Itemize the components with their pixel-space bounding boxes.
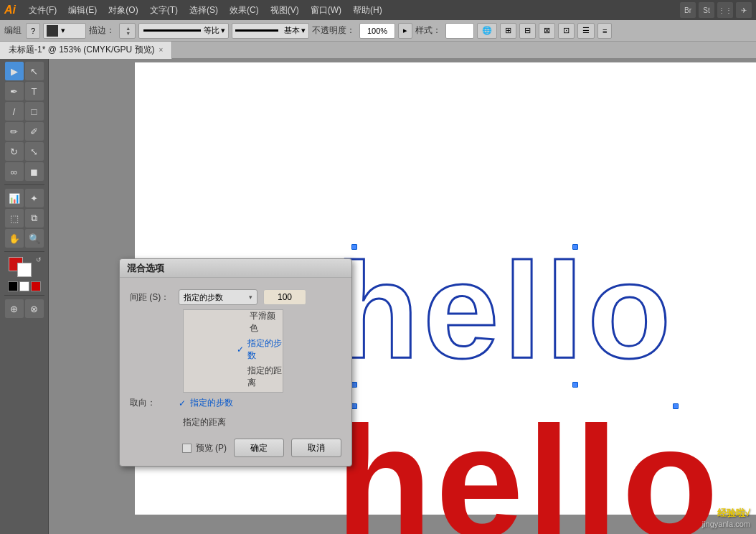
menu-view[interactable]: 视图(V) bbox=[265, 3, 305, 18]
tool-blend[interactable]: ∞ bbox=[5, 162, 24, 181]
dialog-preview-row: 预览 (P) bbox=[182, 442, 227, 454]
dialog-body: 间距 (S)： 指定的步数 ▾ 平滑颜色 ✓ 指定的步数 bbox=[120, 278, 351, 466]
tool-select[interactable]: ▶ bbox=[5, 62, 24, 80]
dialog-spacing-options-list: 平滑颜色 ✓ 指定的步数 指定的距离 bbox=[183, 309, 283, 393]
tool-hand[interactable]: ✋ bbox=[5, 229, 24, 248]
color-reset-icon[interactable]: ↺ bbox=[36, 256, 42, 263]
canvas-tab-item[interactable]: 未标题-1* @ 153% (CMYK/GPU 预览) × bbox=[0, 42, 172, 59]
toolbar-align2-btn[interactable]: ⊠ bbox=[539, 23, 555, 39]
menu-type[interactable]: 文字(T) bbox=[144, 3, 184, 18]
toolbar-globe-btn[interactable]: 🌐 bbox=[477, 23, 497, 39]
menu-edit[interactable]: 编辑(E) bbox=[62, 3, 103, 18]
tool-rect[interactable]: □ bbox=[25, 102, 44, 121]
canvas-tab-title: 未标题-1* @ 153% (CMYK/GPU 预览) bbox=[9, 44, 155, 56]
tool-symbol[interactable]: ✦ bbox=[25, 189, 44, 207]
dialog-preview-checkbox[interactable] bbox=[182, 444, 192, 453]
menu-select[interactable]: 选择(S) bbox=[184, 3, 224, 18]
dialog-checkmark-orient: ✓ bbox=[179, 398, 186, 408]
tool-drawing-modes[interactable]: ⊕ bbox=[5, 299, 24, 318]
menu-effect[interactable]: 效果(C) bbox=[224, 3, 265, 18]
tool-chart[interactable]: 📊 bbox=[5, 189, 24, 207]
toolbar-grid-btn[interactable]: ⊞ bbox=[500, 23, 516, 39]
toolbar-shape-dropdown[interactable]: ▾ bbox=[43, 23, 86, 39]
tool-separator-1 bbox=[4, 184, 44, 185]
dialog-title: 混合选项 bbox=[127, 262, 164, 275]
menu-window[interactable]: 窗口(W) bbox=[305, 3, 347, 18]
gradient-box[interactable] bbox=[31, 281, 41, 291]
dialog-spacing-dropdown[interactable]: 指定的步数 ▾ bbox=[179, 289, 257, 305]
dialog-spacing-option: 指定的步数 bbox=[184, 292, 223, 303]
dialog-orient-option2-row: 指定的距离 bbox=[130, 416, 341, 428]
dialog-cancel-button[interactable]: 取消 bbox=[291, 439, 341, 457]
dialog-preview-label: 预览 (P) bbox=[196, 442, 227, 454]
tool-line[interactable]: / bbox=[5, 102, 24, 121]
tool-screen-mode[interactable]: ⊗ bbox=[25, 299, 44, 318]
toolbar-style-label: 样式： bbox=[415, 24, 441, 37]
toolbar-opacity-input[interactable] bbox=[359, 23, 395, 39]
dialog-orient-option2[interactable]: 指定的距离 bbox=[183, 417, 226, 427]
canvas-tab-close[interactable]: × bbox=[159, 46, 164, 54]
tool-slice[interactable]: ⧉ bbox=[25, 209, 44, 228]
dialog-option-distance[interactable]: 指定的距离 bbox=[237, 365, 283, 389]
left-toolbar: ▶ ↖ ✒ T / □ ✏ ✐ ↻ ⤡ ∞ ◼ 📊 ✦ ⬚ ⧉ bbox=[0, 59, 49, 534]
tool-scale[interactable]: ⤡ bbox=[25, 142, 44, 161]
dialog-orient-option1[interactable]: 指定的步数 bbox=[190, 397, 233, 409]
canvas-area[interactable]: hello hello hello 混合选项 bbox=[49, 59, 756, 534]
toolbar-fill-dropdown[interactable]: 基本 ▾ bbox=[232, 23, 309, 39]
toolbar-style-input[interactable] bbox=[445, 23, 474, 39]
toolbar-question-btn[interactable]: ? bbox=[26, 23, 40, 39]
toolbar-align4-btn[interactable]: ☰ bbox=[577, 23, 595, 39]
sel-dot-r2 bbox=[673, 403, 679, 409]
sel-dot-4 bbox=[351, 382, 357, 388]
dialog-spacing-row: 间距 (S)： 指定的步数 ▾ bbox=[130, 289, 341, 305]
stroke-box[interactable] bbox=[19, 281, 29, 291]
dialog-spacing-label: 间距 (S)： bbox=[130, 291, 173, 304]
dialog-orient-icons: ✓ 指定的步数 bbox=[179, 397, 233, 409]
fill-none-box[interactable] bbox=[8, 281, 18, 291]
dialog-ok-button[interactable]: 确定 bbox=[234, 439, 284, 457]
menubar: Ai 文件(F) 编辑(E) 对象(O) 文字(T) 选择(S) 效果(C) 视… bbox=[0, 0, 756, 20]
toolbar-opacity-label: 不透明度： bbox=[312, 24, 355, 37]
blend-options-dialog: 混合选项 间距 (S)： 指定的步数 ▾ 平滑颜色 bbox=[119, 258, 352, 467]
hello-outline-container: hello bbox=[336, 242, 675, 378]
color-stroke-box[interactable] bbox=[17, 263, 32, 277]
hello-red-container: hello bbox=[336, 403, 722, 534]
dialog-orient-label: 取向： bbox=[130, 397, 173, 409]
tool-rotate[interactable]: ↻ bbox=[5, 142, 24, 161]
dialog-footer: 预览 (P) 确定 取消 bbox=[130, 439, 341, 457]
toolbar-stroke-arrows[interactable]: ▲▼ bbox=[119, 23, 136, 39]
tool-type[interactable]: T bbox=[25, 82, 44, 100]
canvas-tab-bar: 未标题-1* @ 153% (CMYK/GPU 预览) × bbox=[0, 42, 756, 59]
tool-artboard[interactable]: ⬚ bbox=[5, 209, 24, 228]
tool-gradient[interactable]: ◼ bbox=[25, 162, 44, 181]
stock-icon[interactable]: St bbox=[699, 2, 714, 18]
toolbar-opacity-arrow[interactable]: ▸ bbox=[398, 23, 412, 39]
sel-dot-2 bbox=[572, 244, 578, 250]
tool-pen[interactable]: ✒ bbox=[5, 82, 24, 100]
toolbar-align1-btn[interactable]: ⊟ bbox=[519, 23, 536, 39]
menu-object[interactable]: 对象(O) bbox=[103, 3, 143, 18]
menubar-right: Br St ⋮⋮ ✈ bbox=[680, 2, 752, 18]
sel-dot-6 bbox=[572, 382, 578, 388]
toolbar-align3-btn[interactable]: ⊡ bbox=[558, 23, 575, 39]
share-icon[interactable]: ✈ bbox=[736, 2, 752, 18]
tool-separator-2 bbox=[4, 251, 44, 252]
bridge-icon[interactable]: Br bbox=[680, 2, 696, 18]
tool-brush[interactable]: ✏ bbox=[5, 122, 24, 141]
dialog-option-steps[interactable]: ✓ 指定的步数 bbox=[237, 337, 283, 362]
sel-dot-r1 bbox=[351, 403, 357, 409]
tool-zoom[interactable]: 🔍 bbox=[25, 229, 44, 248]
sel-dot-1 bbox=[351, 244, 357, 250]
ai-logo: Ai bbox=[4, 4, 16, 17]
toolbar-align5-btn[interactable]: ≡ bbox=[597, 23, 612, 39]
dialog-spacing-value[interactable] bbox=[263, 289, 306, 305]
dialog-option-smooth[interactable]: 平滑颜色 bbox=[237, 310, 283, 334]
dialog-title-bar: 混合选项 bbox=[120, 259, 351, 278]
grid-icon[interactable]: ⋮⋮ bbox=[717, 2, 733, 18]
tool-pencil[interactable]: ✐ bbox=[25, 122, 44, 141]
menu-file[interactable]: 文件(F) bbox=[23, 3, 62, 18]
toolbar-stroke-style-dropdown[interactable]: 等比 ▾ bbox=[138, 23, 229, 39]
tool-direct-select[interactable]: ↖ bbox=[25, 62, 44, 80]
toolbar-edit-label: 编组 bbox=[4, 24, 22, 37]
menu-help[interactable]: 帮助(H) bbox=[347, 3, 388, 18]
